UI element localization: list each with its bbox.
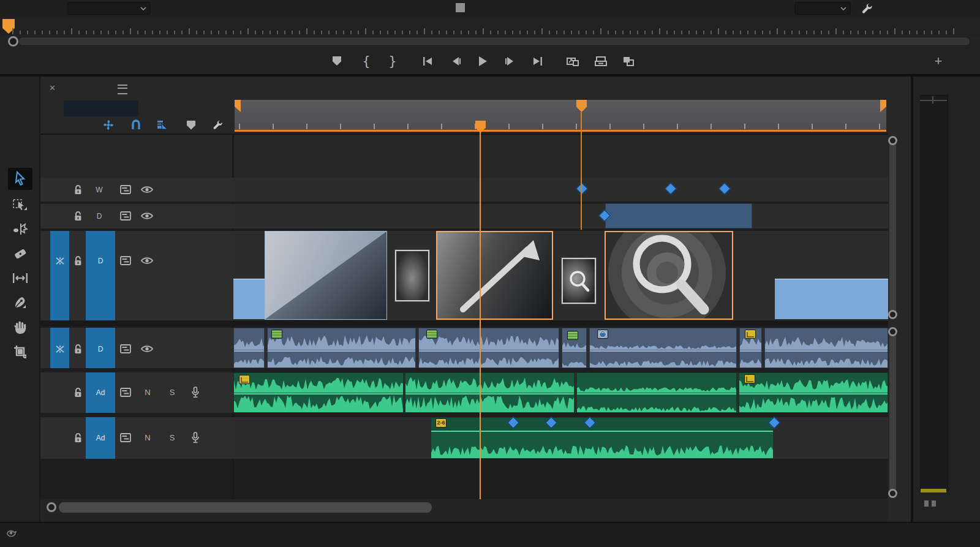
a2-sync-lock-toggle[interactable]: [120, 433, 131, 442]
crop-tool[interactable]: [8, 341, 32, 363]
add-marker-button[interactable]: [183, 118, 199, 132]
step-back-button[interactable]: [446, 48, 467, 74]
v2-sync-lock-toggle[interactable]: [120, 211, 131, 221]
waveform: [577, 374, 737, 393]
step-forward-button[interactable]: [499, 48, 520, 74]
audio-clip[interactable]: [233, 372, 404, 413]
mark-in-button[interactable]: {: [356, 48, 377, 74]
ruler-tick: [744, 124, 745, 129]
audio-scrollbar-track[interactable]: [889, 332, 896, 492]
a2-solo-toggle[interactable]: S: [167, 432, 177, 443]
ripple-edit-tool[interactable]: [8, 218, 32, 240]
av-sync-lock-toggle[interactable]: [120, 344, 131, 353]
audio-clip[interactable]: [431, 417, 774, 459]
export-frame-button[interactable]: [618, 48, 639, 74]
zoom-scrollbar-thumb[interactable]: [59, 502, 432, 513]
audio-clip[interactable]: [576, 372, 737, 413]
status-icon[interactable]: [5, 526, 18, 538]
a2-lock-toggle[interactable]: [74, 432, 83, 443]
video-clip[interactable]: [233, 279, 265, 319]
go-to-out-button[interactable]: [527, 48, 548, 74]
add-button[interactable]: +: [931, 48, 946, 74]
av-clip[interactable]: [267, 328, 416, 368]
av-lock-toggle[interactable]: [74, 344, 83, 355]
a2-voiceover-toggle[interactable]: [191, 432, 200, 443]
video-scrollbar-top-handle[interactable]: [888, 136, 897, 145]
v3-lock-toggle[interactable]: [74, 184, 83, 195]
linked-selection-toggle[interactable]: [154, 118, 170, 132]
v1-lock-toggle[interactable]: [74, 255, 83, 266]
timeline-settings-button[interactable]: [209, 118, 225, 132]
v2-lock-toggle[interactable]: [74, 211, 83, 222]
a1-header-row: [40, 372, 233, 413]
nest-toggle[interactable]: [100, 118, 116, 132]
lift-button[interactable]: [562, 48, 583, 74]
video-clip-thumbnail[interactable]: [265, 231, 387, 320]
razor-tool[interactable]: [8, 243, 32, 265]
panel-menu-icon[interactable]: [118, 85, 127, 94]
scrollbar-left-handle[interactable]: [8, 36, 18, 47]
scrollbar-thumb[interactable]: [18, 37, 970, 46]
av-clip[interactable]: [233, 328, 265, 368]
a1-voiceover-toggle[interactable]: [191, 387, 200, 398]
av-target-toggle[interactable]: D: [86, 328, 115, 368]
pen-tool[interactable]: [8, 292, 32, 314]
zoom-scrollbar-handle[interactable]: [47, 502, 56, 512]
v1-source-patch[interactable]: [50, 231, 69, 320]
audio-clip[interactable]: [739, 372, 888, 413]
work-area-bar[interactable]: [235, 100, 886, 130]
v1-output-toggle[interactable]: [141, 257, 153, 265]
video-scrollbar-bottom-handle[interactable]: [888, 310, 897, 319]
top-right-dropdown[interactable]: [794, 2, 851, 15]
a1-sync-lock-toggle[interactable]: [120, 388, 131, 397]
v2-output-toggle[interactable]: [141, 212, 153, 220]
selection-tool[interactable]: [8, 168, 32, 190]
extract-button[interactable]: [590, 48, 611, 74]
go-to-in-button[interactable]: [417, 48, 438, 74]
mark-out-button[interactable]: }: [382, 48, 403, 74]
mini-timeline-ruler[interactable]: [0, 17, 980, 36]
av-clip[interactable]: [418, 328, 559, 368]
play-button[interactable]: [472, 48, 493, 74]
a1-mute-toggle[interactable]: N: [143, 387, 153, 398]
av-output-toggle[interactable]: [141, 345, 153, 353]
timecode-display[interactable]: [64, 100, 138, 116]
top-scrollbar[interactable]: [0, 36, 980, 48]
av-clip[interactable]: [764, 328, 888, 368]
video-clip-thumbnail[interactable]: [395, 250, 429, 301]
thumbnail-image: [265, 232, 386, 319]
waveform: [739, 374, 888, 393]
audio-scrollbar-bottom-handle[interactable]: [888, 489, 897, 498]
settings-wrench-icon[interactable]: [860, 2, 873, 15]
audio-clip[interactable]: [405, 372, 575, 413]
hand-tool[interactable]: [8, 316, 32, 338]
v1-sync-lock-toggle[interactable]: [120, 256, 131, 265]
video-clip[interactable]: [775, 279, 888, 319]
audio-scrollbar-top-handle[interactable]: [888, 327, 897, 336]
video-clip-thumbnail[interactable]: [562, 258, 596, 304]
v2-clip[interactable]: [605, 203, 752, 228]
marker-button[interactable]: [326, 48, 347, 74]
a2-target-toggle[interactable]: Ad: [86, 417, 115, 459]
a1-lock-toggle[interactable]: [74, 387, 83, 398]
video-scrollbar-track[interactable]: [889, 141, 896, 315]
effect-badge: [239, 375, 250, 384]
close-icon[interactable]: ✕: [49, 83, 56, 92]
audio-meter: [920, 95, 948, 491]
av-source-patch[interactable]: [50, 328, 69, 368]
av-clip[interactable]: [589, 328, 737, 368]
snap-toggle[interactable]: [128, 118, 144, 132]
top-left-dropdown[interactable]: [67, 2, 151, 15]
slip-tool[interactable]: [8, 267, 32, 289]
a1-solo-toggle[interactable]: S: [167, 387, 177, 398]
v3-output-toggle[interactable]: [141, 186, 153, 194]
a1-target-toggle[interactable]: Ad: [86, 372, 115, 413]
track-select-tool[interactable]: [8, 194, 32, 216]
lane-separator: [765, 350, 888, 352]
a2-mute-toggle[interactable]: N: [143, 432, 153, 443]
v1-target-toggle[interactable]: D: [86, 231, 115, 320]
video-clip-selected[interactable]: [605, 231, 733, 320]
waveform: [765, 330, 888, 350]
v3-sync-lock-toggle[interactable]: [120, 185, 131, 194]
video-clip-selected[interactable]: [436, 231, 553, 320]
